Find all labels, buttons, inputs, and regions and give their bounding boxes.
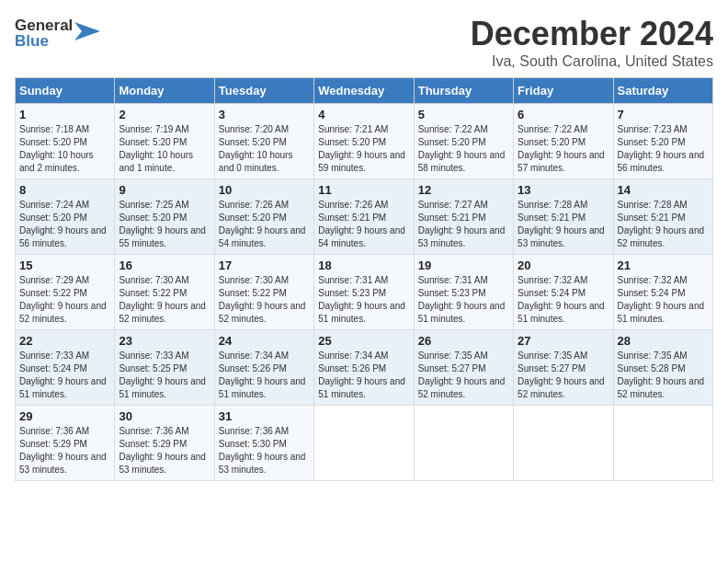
day-number: 18 (318, 259, 409, 272)
header-saturday: Saturday (613, 78, 712, 104)
empty-cell (613, 406, 712, 481)
logo: General Blue (15, 15, 102, 52)
header-thursday: Thursday (414, 78, 513, 104)
day-info: Sunrise: 7:26 AMSunset: 5:21 PMDaylight:… (318, 199, 409, 250)
day-info: Sunrise: 7:22 AMSunset: 5:20 PMDaylight:… (518, 123, 609, 175)
day-number: 11 (318, 183, 409, 197)
logo-blue: Blue (15, 33, 73, 49)
day-info: Sunrise: 7:33 AMSunset: 5:25 PMDaylight:… (119, 350, 210, 401)
day-number: 23 (119, 334, 210, 348)
day-info: Sunrise: 7:18 AMSunset: 5:20 PMDaylight:… (19, 123, 110, 175)
day-cell-16: 16Sunrise: 7:30 AMSunset: 5:22 PMDayligh… (115, 255, 214, 330)
day-number: 1 (19, 108, 110, 121)
day-number: 26 (418, 334, 509, 348)
day-number: 30 (119, 409, 210, 423)
header-tuesday: Tuesday (214, 78, 313, 104)
day-cell-22: 22Sunrise: 7:33 AMSunset: 5:24 PMDayligh… (16, 330, 115, 406)
day-number: 7 (618, 108, 709, 121)
day-info: Sunrise: 7:35 AMSunset: 5:28 PMDaylight:… (618, 350, 709, 401)
month-title: December 2024 (471, 15, 713, 53)
day-cell-18: 18Sunrise: 7:31 AMSunset: 5:23 PMDayligh… (314, 255, 414, 330)
title-area: December 2024 Iva, South Carolina, Unite… (471, 15, 713, 70)
day-info: Sunrise: 7:19 AMSunset: 5:20 PMDaylight:… (119, 123, 210, 175)
day-info: Sunrise: 7:32 AMSunset: 5:24 PMDaylight:… (618, 274, 709, 326)
day-cell-10: 10Sunrise: 7:26 AMSunset: 5:20 PMDayligh… (214, 179, 313, 255)
day-number: 9 (119, 183, 210, 197)
day-cell-20: 20Sunrise: 7:32 AMSunset: 5:24 PMDayligh… (514, 255, 613, 330)
day-cell-27: 27Sunrise: 7:35 AMSunset: 5:27 PMDayligh… (514, 330, 613, 406)
day-number: 19 (418, 259, 509, 272)
day-cell-12: 12Sunrise: 7:27 AMSunset: 5:21 PMDayligh… (414, 179, 513, 255)
day-cell-14: 14Sunrise: 7:28 AMSunset: 5:21 PMDayligh… (613, 179, 712, 255)
day-number: 12 (418, 183, 509, 197)
logo-bird-icon (74, 15, 102, 52)
empty-cell (514, 406, 613, 481)
day-number: 27 (518, 334, 609, 348)
calendar-week-1: 1Sunrise: 7:18 AMSunset: 5:20 PMDaylight… (16, 104, 713, 179)
day-info: Sunrise: 7:34 AMSunset: 5:26 PMDaylight:… (219, 350, 310, 401)
calendar-week-5: 29Sunrise: 7:36 AMSunset: 5:29 PMDayligh… (16, 406, 713, 481)
day-cell-13: 13Sunrise: 7:28 AMSunset: 5:21 PMDayligh… (514, 179, 613, 255)
day-cell-15: 15Sunrise: 7:29 AMSunset: 5:22 PMDayligh… (16, 255, 115, 330)
day-info: Sunrise: 7:27 AMSunset: 5:21 PMDaylight:… (418, 199, 509, 250)
day-info: Sunrise: 7:28 AMSunset: 5:21 PMDaylight:… (618, 199, 709, 250)
day-info: Sunrise: 7:29 AMSunset: 5:22 PMDaylight:… (19, 274, 110, 326)
header: General Blue December 2024 Iva, South Ca… (15, 15, 713, 70)
day-info: Sunrise: 7:36 AMSunset: 5:29 PMDaylight:… (19, 425, 110, 477)
calendar-week-2: 8Sunrise: 7:24 AMSunset: 5:20 PMDaylight… (16, 179, 713, 255)
day-cell-6: 6Sunrise: 7:22 AMSunset: 5:20 PMDaylight… (514, 104, 613, 179)
day-info: Sunrise: 7:25 AMSunset: 5:20 PMDaylight:… (119, 199, 210, 250)
day-info: Sunrise: 7:35 AMSunset: 5:27 PMDaylight:… (418, 350, 509, 401)
day-info: Sunrise: 7:23 AMSunset: 5:20 PMDaylight:… (618, 123, 709, 175)
day-cell-24: 24Sunrise: 7:34 AMSunset: 5:26 PMDayligh… (214, 330, 313, 406)
day-number: 13 (518, 183, 609, 197)
day-number: 4 (318, 108, 409, 121)
day-info: Sunrise: 7:34 AMSunset: 5:26 PMDaylight:… (318, 350, 409, 401)
day-info: Sunrise: 7:30 AMSunset: 5:22 PMDaylight:… (219, 274, 310, 326)
day-cell-7: 7Sunrise: 7:23 AMSunset: 5:20 PMDaylight… (613, 104, 712, 179)
day-info: Sunrise: 7:32 AMSunset: 5:24 PMDaylight:… (518, 274, 609, 326)
day-info: Sunrise: 7:28 AMSunset: 5:21 PMDaylight:… (518, 199, 609, 250)
day-number: 24 (219, 334, 310, 348)
day-number: 25 (318, 334, 409, 348)
day-cell-9: 9Sunrise: 7:25 AMSunset: 5:20 PMDaylight… (115, 179, 214, 255)
empty-cell (414, 406, 513, 481)
day-number: 5 (418, 108, 509, 121)
day-cell-21: 21Sunrise: 7:32 AMSunset: 5:24 PMDayligh… (613, 255, 712, 330)
day-cell-29: 29Sunrise: 7:36 AMSunset: 5:29 PMDayligh… (16, 406, 115, 481)
day-number: 31 (219, 409, 310, 423)
day-cell-19: 19Sunrise: 7:31 AMSunset: 5:23 PMDayligh… (414, 255, 513, 330)
header-sunday: Sunday (16, 78, 115, 104)
day-cell-2: 2Sunrise: 7:19 AMSunset: 5:20 PMDaylight… (115, 104, 214, 179)
day-info: Sunrise: 7:31 AMSunset: 5:23 PMDaylight:… (418, 274, 509, 326)
day-number: 3 (219, 108, 310, 121)
day-number: 2 (119, 108, 210, 121)
day-info: Sunrise: 7:35 AMSunset: 5:27 PMDaylight:… (518, 350, 609, 401)
day-cell-31: 31Sunrise: 7:36 AMSunset: 5:30 PMDayligh… (214, 406, 313, 481)
day-number: 10 (219, 183, 310, 197)
day-number: 28 (618, 334, 709, 348)
day-info: Sunrise: 7:36 AMSunset: 5:30 PMDaylight:… (219, 425, 310, 477)
day-number: 29 (19, 409, 110, 423)
header-monday: Monday (115, 78, 214, 104)
day-cell-8: 8Sunrise: 7:24 AMSunset: 5:20 PMDaylight… (16, 179, 115, 255)
day-cell-11: 11Sunrise: 7:26 AMSunset: 5:21 PMDayligh… (314, 179, 414, 255)
day-cell-3: 3Sunrise: 7:20 AMSunset: 5:20 PMDaylight… (214, 104, 313, 179)
day-info: Sunrise: 7:22 AMSunset: 5:20 PMDaylight:… (418, 123, 509, 175)
day-info: Sunrise: 7:24 AMSunset: 5:20 PMDaylight:… (19, 199, 110, 250)
day-cell-26: 26Sunrise: 7:35 AMSunset: 5:27 PMDayligh… (414, 330, 513, 406)
day-cell-4: 4Sunrise: 7:21 AMSunset: 5:20 PMDaylight… (314, 104, 414, 179)
day-number: 6 (518, 108, 609, 121)
day-info: Sunrise: 7:30 AMSunset: 5:22 PMDaylight:… (119, 274, 210, 326)
day-cell-30: 30Sunrise: 7:36 AMSunset: 5:29 PMDayligh… (115, 406, 214, 481)
day-cell-1: 1Sunrise: 7:18 AMSunset: 5:20 PMDaylight… (16, 104, 115, 179)
calendar-header-row: SundayMondayTuesdayWednesdayThursdayFrid… (16, 78, 713, 104)
calendar-week-3: 15Sunrise: 7:29 AMSunset: 5:22 PMDayligh… (16, 255, 713, 330)
header-friday: Friday (514, 78, 613, 104)
day-info: Sunrise: 7:31 AMSunset: 5:23 PMDaylight:… (318, 274, 409, 326)
day-cell-23: 23Sunrise: 7:33 AMSunset: 5:25 PMDayligh… (115, 330, 214, 406)
header-wednesday: Wednesday (314, 78, 414, 104)
day-info: Sunrise: 7:20 AMSunset: 5:20 PMDaylight:… (219, 123, 310, 175)
empty-cell (314, 406, 414, 481)
day-number: 15 (19, 259, 110, 272)
